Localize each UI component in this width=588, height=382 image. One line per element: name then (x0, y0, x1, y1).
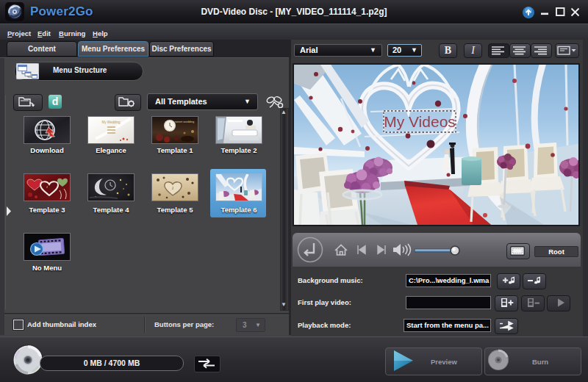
svg-text:My Wedding: My Wedding (102, 120, 121, 124)
svg-text:My Videos: My Videos (384, 113, 456, 130)
svg-text:1: 1 (46, 185, 49, 189)
svg-text:sweet wedding: sweet wedding (175, 120, 194, 123)
svg-text:1: 1 (172, 186, 174, 190)
